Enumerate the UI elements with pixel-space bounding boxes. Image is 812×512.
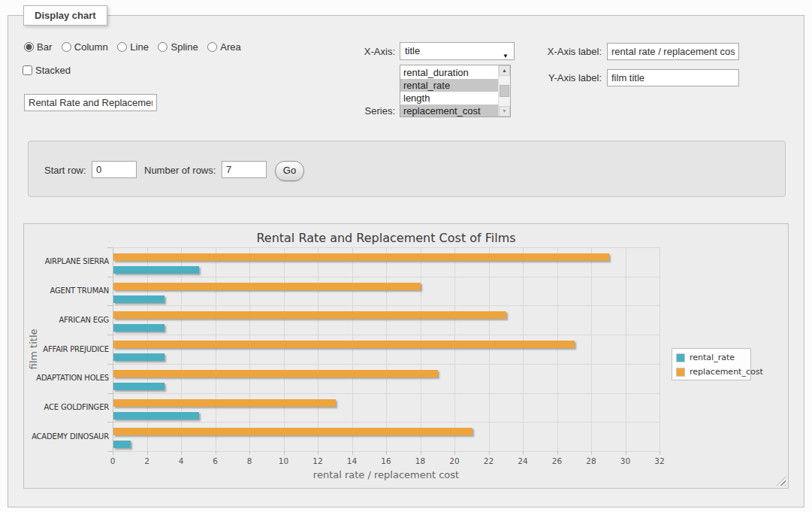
chart-type-radio-group: Bar Column Line Spline Area (24, 41, 248, 54)
scrollbar-down-arrow-icon[interactable]: ▼ (499, 106, 510, 117)
x-axis-tick (318, 451, 318, 455)
x-axis-tick (454, 451, 455, 455)
y-axis-line (113, 247, 113, 451)
row-controls-box: Start row: Number of rows: Go (28, 141, 786, 197)
x-axis-tick (421, 451, 421, 455)
bar-rental_rate (113, 383, 165, 390)
y-axis-tick (107, 305, 113, 306)
legend-item-rental_rate[interactable]: rental_rate (676, 352, 748, 365)
x-axis-tick (386, 451, 387, 455)
chart-type-option-column[interactable]: Column (62, 41, 108, 53)
legend-swatch-icon (676, 353, 685, 362)
chart-title-input[interactable] (24, 94, 157, 111)
stacked-checkbox[interactable] (23, 65, 32, 75)
gridline-vertical (352, 247, 353, 451)
resize-grip-icon[interactable] (777, 477, 786, 486)
y-axis-tick (107, 335, 113, 335)
y-axis-tick (107, 422, 113, 423)
x-axis-tick-label: 32 (648, 456, 671, 465)
gridline-vertical (147, 247, 148, 451)
y-axis-tick (107, 277, 113, 277)
x-axis-tick (249, 451, 250, 455)
series-option-length[interactable]: length (400, 92, 499, 105)
x-axis-tick (147, 451, 148, 455)
y-axis-tick (107, 393, 113, 394)
gridline-vertical (489, 247, 490, 451)
legend-item-replacement_cost[interactable]: replacement_cost (676, 366, 748, 380)
x-axis-tick (181, 451, 182, 455)
x-axis-tick (591, 451, 592, 455)
gridline-vertical (557, 247, 558, 451)
go-button[interactable]: Go (275, 161, 304, 181)
x-axis-tick-label: 0 (101, 456, 124, 465)
x-axis-tick-label: 14 (341, 456, 364, 465)
x-axis-tick (626, 451, 626, 455)
y-axis-label-input[interactable] (607, 69, 739, 86)
start-row-input[interactable] (92, 161, 137, 178)
x-axis-tick (660, 451, 660, 455)
bar-rental_rate (113, 412, 199, 420)
category-label: ACADEMY DINOSAUR (24, 432, 109, 441)
chart-type-radio-column[interactable] (62, 42, 71, 52)
x-axis-title: rental rate / replacement cost (113, 469, 660, 480)
x-axis-tick-label: 10 (273, 456, 295, 465)
bar-rental_rate (113, 353, 165, 361)
chart-type-label: Line (130, 41, 149, 53)
chart-type-radio-line[interactable] (117, 42, 127, 52)
chart-type-label: Column (74, 41, 108, 53)
bar-replacement_cost (113, 341, 575, 348)
x-axis-tick-label: 16 (375, 456, 397, 465)
x-axis-tick-label: 2 (136, 456, 158, 465)
scrollbar-thumb[interactable] (500, 85, 509, 97)
number-of-rows-input[interactable] (222, 161, 267, 178)
bar-replacement_cost (113, 253, 609, 261)
chart-type-option-area[interactable]: Area (207, 41, 240, 53)
x-axis-tick-label: 18 (409, 456, 432, 465)
series-listbox-label: Series: (331, 105, 395, 117)
chart-type-radio-area[interactable] (207, 42, 217, 52)
y-axis-tick (107, 247, 113, 248)
stacked-option[interactable]: Stacked (23, 65, 71, 76)
fieldset-legend: Display chart (23, 5, 107, 26)
x-axis-tick (523, 451, 524, 455)
legend-label: replacement_cost (690, 367, 763, 377)
stacked-label: Stacked (35, 65, 71, 76)
x-axis-tick-label: 30 (614, 456, 637, 465)
chart-type-radio-bar[interactable] (24, 42, 34, 52)
x-axis-tick-label: 22 (478, 456, 500, 465)
x-axis-tick (352, 451, 353, 455)
gridline-vertical (523, 247, 524, 451)
chart-type-label: Spline (171, 41, 198, 53)
x-axis-tick (557, 451, 558, 455)
x-axis-selected-value: title (405, 45, 420, 56)
y-axis-tick (107, 451, 113, 452)
x-axis-tick-label: 6 (204, 456, 227, 465)
bar-replacement_cost (113, 283, 421, 290)
x-axis-tick (489, 451, 490, 455)
chart-type-option-line[interactable]: Line (117, 41, 149, 53)
x-axis-tick-label: 26 (546, 456, 569, 465)
start-row-label: Start row: (44, 165, 86, 176)
display-chart-fieldset: Display chart Bar Column Line Spline Are… (8, 15, 804, 507)
chart-type-radio-spline[interactable] (158, 42, 168, 52)
y-axis-label-caption: Y-Axis label: (481, 72, 602, 83)
bar-rental_rate (113, 324, 165, 332)
legend: rental_ratereplacement_cost (672, 348, 751, 380)
gridline-vertical (421, 247, 421, 451)
x-axis-tick-label: 24 (512, 456, 534, 465)
x-axis-tick (113, 451, 113, 455)
bar-replacement_cost (113, 399, 336, 407)
bar-rental_rate (113, 295, 165, 303)
series-option-replacement_cost[interactable]: replacement_cost (400, 105, 499, 117)
chart-type-option-bar[interactable]: Bar (24, 41, 52, 53)
bar-replacement_cost (113, 311, 506, 319)
x-axis-label-caption: X-Axis label: (481, 46, 602, 57)
legend-label: rental_rate (690, 353, 735, 362)
x-axis-label-input[interactable] (607, 43, 739, 60)
chart-type-option-spline[interactable]: Spline (158, 41, 198, 53)
gridline-vertical (660, 247, 660, 451)
x-axis-tick-label: 8 (238, 456, 261, 465)
gridline-vertical (249, 247, 250, 451)
gridline-vertical (284, 247, 285, 451)
gridline-vertical (181, 247, 182, 451)
